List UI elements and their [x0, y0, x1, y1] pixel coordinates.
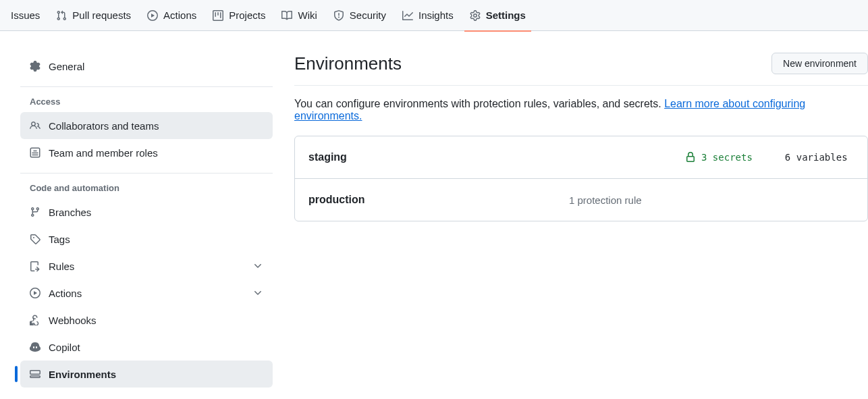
sidebar-label: Branches — [49, 207, 91, 218]
graph-icon — [402, 10, 413, 21]
server-icon — [30, 369, 40, 379]
variables-count: 6 variables — [785, 152, 848, 163]
book-icon — [281, 10, 292, 21]
sidebar-label: Team and member roles — [49, 147, 158, 159]
description-text: You can configure environments with prot… — [294, 98, 664, 109]
sidebar-item-environments[interactable]: Environments — [20, 361, 273, 388]
divider — [20, 86, 273, 87]
environment-name: production — [308, 194, 551, 206]
nav-wiki[interactable]: Wiki — [276, 0, 322, 31]
play-circle-icon — [30, 288, 40, 298]
nav-label: Security — [350, 9, 386, 21]
page-description: You can configure environments with prot… — [294, 98, 868, 122]
nav-label: Actions — [163, 9, 196, 21]
chevron-down-icon — [252, 288, 263, 298]
sidebar-item-team-roles[interactable]: Team and member roles — [20, 139, 273, 166]
sidebar-label: Environments — [49, 369, 116, 380]
section-title-access: Access — [20, 97, 273, 107]
sidebar-item-branches[interactable]: Branches — [20, 198, 273, 225]
webhook-icon — [30, 315, 40, 325]
lock-icon — [685, 152, 696, 163]
sidebar-item-actions[interactable]: Actions — [20, 280, 273, 307]
sidebar-label: Tags — [49, 234, 70, 245]
section-title-code: Code and automation — [20, 183, 273, 193]
nav-label: Settings — [486, 9, 526, 21]
sidebar-label: Copilot — [49, 342, 80, 353]
nav-security[interactable]: Security — [328, 0, 391, 31]
project-icon — [213, 10, 223, 21]
environment-row[interactable]: production 1 protection rule — [295, 179, 867, 221]
divider — [20, 173, 273, 174]
nav-label: Pull requests — [72, 9, 131, 21]
page-title: Environments — [294, 53, 402, 74]
pull-request-icon — [56, 10, 67, 21]
new-environment-button[interactable]: New environment — [771, 53, 868, 74]
tag-icon — [30, 234, 40, 244]
repo-nav: Issues Pull requests Actions Projects Wi… — [0, 0, 868, 31]
nav-label: Wiki — [298, 9, 317, 21]
sidebar-label: General — [49, 61, 84, 72]
environment-meta: 3 secrets 6 variables — [685, 152, 848, 163]
nav-label: Issues — [11, 9, 40, 21]
play-circle-icon — [147, 10, 158, 21]
nav-label: Insights — [418, 9, 454, 21]
sidebar-label: Rules — [49, 261, 74, 272]
environments-list: staging 3 secrets 6 variables production… — [294, 136, 868, 221]
environment-row[interactable]: staging 3 secrets 6 variables — [295, 136, 867, 179]
people-icon — [30, 120, 40, 131]
shield-icon — [333, 10, 344, 21]
environment-meta: 1 protection rule — [569, 194, 642, 206]
branch-icon — [30, 207, 40, 217]
nav-issues[interactable]: Issues — [5, 0, 45, 31]
rules-icon — [30, 261, 40, 271]
sidebar-label: Webhooks — [49, 315, 97, 326]
sidebar-label: Collaborators and teams — [49, 120, 159, 132]
copilot-icon — [30, 342, 40, 352]
secrets-count: 3 secrets — [685, 152, 753, 163]
protection-rules-count: 1 protection rule — [569, 194, 642, 206]
page-header: Environments New environment — [294, 53, 868, 86]
sidebar-item-webhooks[interactable]: Webhooks — [20, 307, 273, 334]
id-badge-icon — [30, 147, 40, 158]
sidebar-item-collaborators[interactable]: Collaborators and teams — [20, 112, 273, 139]
main-content: Environments New environment You can con… — [281, 53, 868, 388]
nav-insights[interactable]: Insights — [397, 0, 459, 31]
sidebar-item-general[interactable]: General — [20, 53, 273, 80]
nav-settings[interactable]: Settings — [464, 0, 531, 31]
sidebar-item-copilot[interactable]: Copilot — [20, 334, 273, 361]
gear-icon — [30, 61, 40, 72]
nav-pull-requests[interactable]: Pull requests — [51, 0, 136, 31]
chevron-down-icon — [252, 261, 263, 271]
sidebar-item-tags[interactable]: Tags — [20, 225, 273, 252]
nav-label: Projects — [229, 9, 265, 21]
environment-name: staging — [308, 151, 551, 163]
nav-projects[interactable]: Projects — [207, 0, 271, 31]
gear-icon — [470, 10, 481, 21]
nav-actions[interactable]: Actions — [142, 0, 202, 31]
sidebar-item-rules[interactable]: Rules — [20, 252, 273, 280]
settings-sidebar: General Access Collaborators and teams T… — [0, 53, 281, 388]
secrets-text: 3 secrets — [701, 152, 753, 163]
sidebar-label: Actions — [49, 288, 82, 299]
